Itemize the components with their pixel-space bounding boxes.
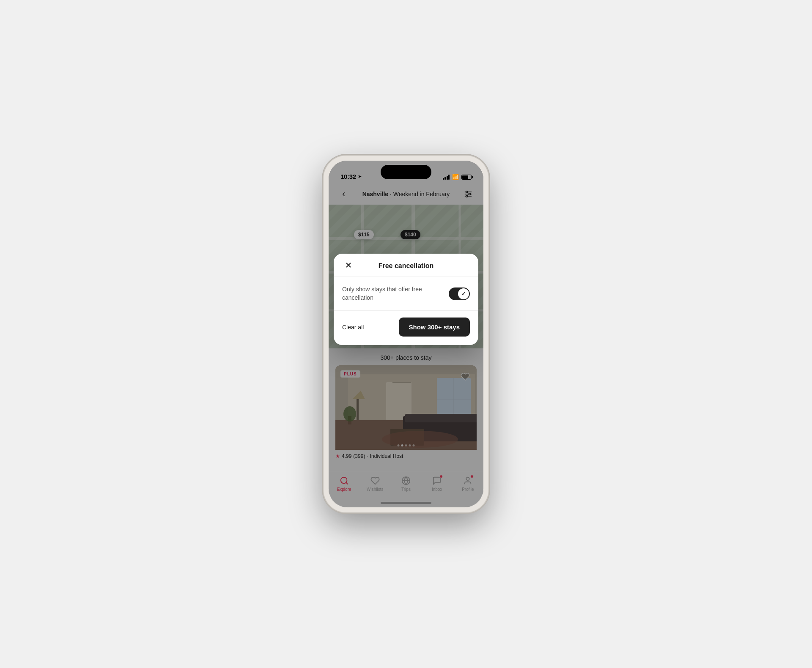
status-icons: 📶: [443, 174, 472, 180]
clear-all-button[interactable]: Clear all: [342, 319, 364, 336]
app-screen: 10:32 ➤ 📶: [329, 161, 483, 507]
toggle-row: Only show stays that offer free cancella…: [342, 285, 470, 302]
dynamic-island: [381, 165, 431, 179]
phone-screen: 10:32 ➤ 📶: [329, 161, 483, 507]
close-button[interactable]: [342, 259, 355, 271]
toggle-knob: ✓: [458, 288, 469, 299]
signal-icon: [443, 175, 450, 180]
modal-footer: Clear all Show 300+ stays: [334, 310, 478, 345]
show-stays-button[interactable]: Show 300+ stays: [399, 318, 470, 337]
modal-body: Only show stays that offer free cancella…: [334, 277, 478, 310]
wifi-icon: 📶: [452, 174, 459, 180]
toggle-label: Only show stays that offer free cancella…: [342, 285, 427, 302]
toggle-switch[interactable]: ✓: [449, 287, 470, 300]
battery-icon: [461, 175, 472, 180]
status-time: 10:32: [340, 173, 356, 180]
phone-frame: 10:32 ➤ 📶: [324, 156, 488, 512]
free-cancellation-modal: Free cancellation Only show stays that o…: [334, 254, 478, 345]
toggle-check-icon: ✓: [461, 291, 466, 297]
modal-header: Free cancellation: [334, 254, 478, 277]
modal-title: Free cancellation: [379, 262, 434, 270]
location-icon: ➤: [358, 174, 362, 179]
